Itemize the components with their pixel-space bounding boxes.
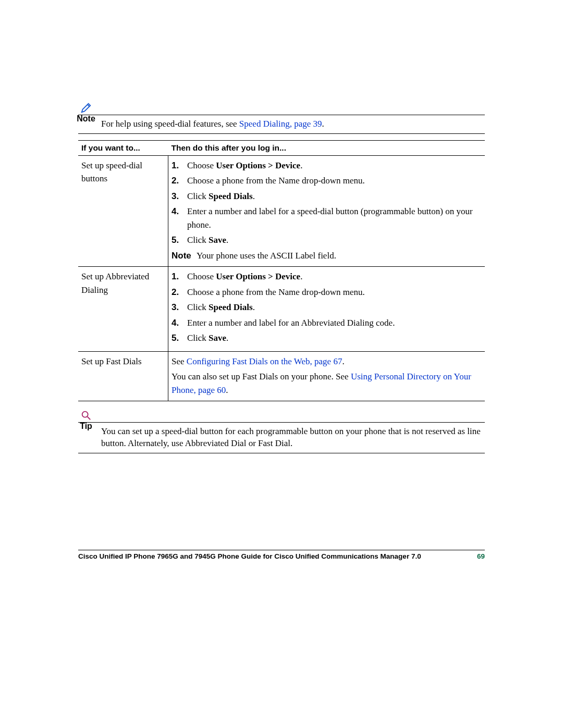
row3-line1: See Configuring Fast Dials on the Web, p… (172, 355, 482, 368)
tip-label: Tip (80, 422, 92, 431)
inline-note-text: Your phone uses the ASCII Label field. (197, 251, 336, 261)
steps-cell: Choose User Options > Device. Choose a p… (168, 267, 485, 352)
svg-line-1 (88, 417, 91, 420)
table-header-row: If you want to... Then do this after you… (78, 140, 485, 155)
pencil-icon (80, 102, 92, 114)
note-label: Note (77, 114, 95, 124)
table-row: Set up Fast Dials See Configuring Fast D… (78, 351, 485, 401)
step: Click Speed Dials. (172, 190, 482, 203)
note-text-after: . (322, 119, 324, 129)
table-row: Set up speed-dial buttons Choose User Op… (78, 155, 485, 267)
tip-callout: Tip You can set up a speed-dial button f… (78, 422, 485, 453)
task-cell: Set up Fast Dials (78, 351, 168, 401)
header-col2: Then do this after you log in... (168, 140, 485, 155)
page-footer: Cisco Unified IP Phone 7965G and 7945G P… (78, 550, 485, 560)
note-body: For help using speed-dial features, see … (101, 118, 485, 130)
table-row: Set up Abbreviated Dialing Choose User O… (78, 267, 485, 352)
step: Enter a number and label for a speed-dia… (172, 205, 482, 231)
task-cell: Set up speed-dial buttons (78, 155, 168, 267)
step: Click Save. (172, 331, 482, 345)
inline-note: NoteYour phone uses the ASCII Label fiel… (172, 249, 482, 263)
steps-list: Choose User Options > Device. Choose a p… (172, 270, 482, 345)
step: Choose User Options > Device. (172, 159, 482, 172)
note-link[interactable]: Speed Dialing, page 39 (239, 119, 322, 129)
magnifier-icon (80, 409, 92, 422)
step: Choose a phone from the Name drop-down m… (172, 286, 482, 299)
page-content: Note For help using speed-dial features,… (0, 0, 563, 453)
step: Click Save. (172, 233, 482, 247)
task-cell: Set up Abbreviated Dialing (78, 267, 168, 352)
link-fast-dials-web[interactable]: Configuring Fast Dials on the Web, page … (187, 356, 342, 366)
note-text-before: For help using speed-dial features, see (101, 119, 239, 129)
header-col1: If you want to... (78, 140, 168, 155)
row3-line2: You can also set up Fast Dials on your p… (172, 370, 482, 397)
steps-cell: See Configuring Fast Dials on the Web, p… (168, 351, 485, 401)
inline-note-label: Note (172, 249, 197, 263)
footer-page-number: 69 (477, 552, 485, 560)
svg-point-0 (82, 412, 88, 417)
footer-title: Cisco Unified IP Phone 7965G and 7945G P… (78, 552, 421, 560)
note-callout: Note For help using speed-dial features,… (78, 115, 485, 134)
callout-icon-col: Note (78, 102, 94, 124)
step: Choose User Options > Device. (172, 270, 482, 283)
steps-cell: Choose User Options > Device. Choose a p… (168, 155, 485, 267)
callout-icon-col: Tip (78, 409, 94, 431)
step: Choose a phone from the Name drop-down m… (172, 174, 482, 188)
step: Click Speed Dials. (172, 301, 482, 314)
instruction-table: If you want to... Then do this after you… (78, 140, 485, 402)
tip-body: You can set up a speed-dial button for e… (101, 426, 485, 450)
steps-list: Choose User Options > Device. Choose a p… (172, 159, 482, 247)
step: Enter a number and label for an Abbrevia… (172, 316, 482, 330)
